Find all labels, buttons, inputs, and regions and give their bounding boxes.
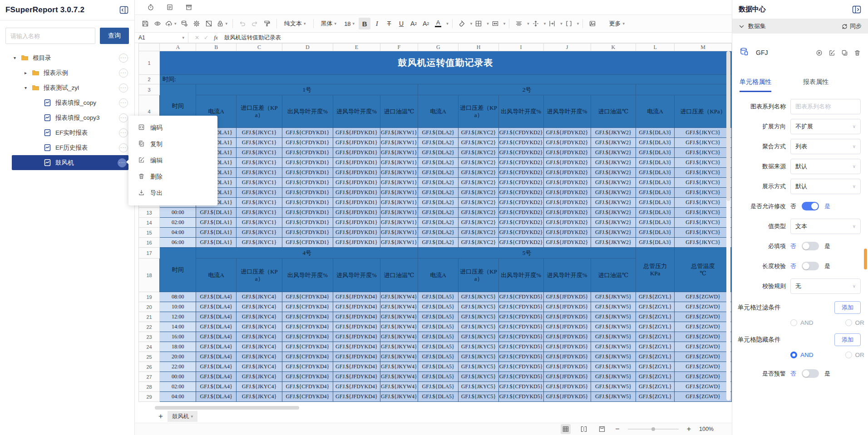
- value-cell[interactable]: GFJ.${JKYC5}: [459, 332, 498, 342]
- value-cell[interactable]: GFJ.${CFDYKD2}: [498, 128, 543, 138]
- settings-button[interactable]: [191, 18, 202, 29]
- value-cell[interactable]: GFJ.${JFDYKD4}: [333, 292, 380, 302]
- value-cell[interactable]: GFJ.${DLA2}: [418, 228, 459, 238]
- value-cell[interactable]: GFJ.${JKYC2}: [459, 168, 498, 178]
- archive-icon[interactable]: [183, 1, 195, 13]
- cancel-icon[interactable]: ✕: [195, 34, 199, 41]
- tree-item[interactable]: EF历史报表···: [0, 140, 134, 155]
- column-header[interactable]: B: [196, 44, 237, 51]
- row-header[interactable]: 17: [139, 248, 160, 259]
- value-cell[interactable]: GFJ.${JKYC5}: [459, 302, 498, 312]
- value-cell[interactable]: GFJ.${CFDYKD4}: [282, 392, 333, 402]
- value-cell[interactable]: GFJ.${JKYW2}: [591, 138, 636, 148]
- value-cell[interactable]: GFJ.${ZGYL}: [636, 372, 675, 382]
- value-cell[interactable]: GFJ.${JKYW2}: [591, 148, 636, 158]
- value-cell[interactable]: GFJ.${JKYC3}: [675, 218, 732, 228]
- row-header[interactable]: 24: [139, 342, 160, 352]
- value-cell[interactable]: GFJ.${JKYW4}: [380, 312, 418, 322]
- value-cell[interactable]: GFJ.${CFDYKD1}: [282, 198, 333, 208]
- value-cell[interactable]: GFJ.${JFDYKD1}: [333, 158, 380, 168]
- value-cell[interactable]: GFJ.${ZGWD}: [675, 342, 732, 352]
- row-header[interactable]: 27: [139, 372, 160, 382]
- row-header[interactable]: 19: [139, 292, 160, 302]
- zoom-slider-knob[interactable]: [651, 427, 655, 431]
- item-menu-button[interactable]: ···: [118, 158, 127, 167]
- value-cell[interactable]: GFJ.${JKYC4}: [237, 392, 282, 402]
- value-cell[interactable]: GFJ.${JFDYKD4}: [333, 322, 380, 332]
- value-cell[interactable]: GFJ.${CFDYKD2}: [498, 198, 543, 208]
- value-cell[interactable]: GFJ.${JKYC3}: [675, 168, 732, 178]
- value-cell[interactable]: GFJ.${CFDYKD1}: [282, 178, 333, 188]
- value-cell[interactable]: GFJ.${JKYC1}: [237, 178, 282, 188]
- value-cell[interactable]: GFJ.${CFDYKD2}: [498, 208, 543, 218]
- value-cell[interactable]: GFJ.${CFDYKD5}: [498, 332, 543, 342]
- value-cell[interactable]: GFJ.${ZGWD}: [675, 302, 732, 312]
- value-cell[interactable]: GFJ.${JFDYKD1}: [333, 168, 380, 178]
- row-header[interactable]: 23: [139, 332, 160, 342]
- value-cell[interactable]: GFJ.${CFDYKD5}: [498, 302, 543, 312]
- value-cell[interactable]: GFJ.${CFDYKD4}: [282, 342, 333, 352]
- column-title[interactable]: 进风导叶开度%: [543, 259, 591, 292]
- value-cell[interactable]: GFJ.${JKYC1}: [237, 238, 282, 248]
- value-cell[interactable]: GFJ.${JFDYKD4}: [333, 332, 380, 342]
- value-cell[interactable]: GFJ.${JKYW5}: [591, 382, 636, 392]
- wrap-text-button[interactable]: [546, 18, 558, 29]
- column-title[interactable]: 电流A: [418, 95, 459, 128]
- dataset-section-header[interactable]: 数据集 同步: [732, 19, 868, 34]
- value-cell[interactable]: GFJ.${DLA5}: [418, 322, 459, 332]
- value-cell[interactable]: GFJ.${JFDYKD2}: [543, 188, 591, 198]
- value-cell[interactable]: GFJ.${JFDYKD4}: [333, 302, 380, 312]
- report-doc-icon[interactable]: [164, 1, 176, 13]
- group-header[interactable]: [636, 84, 732, 95]
- row-header[interactable]: 28: [139, 382, 160, 392]
- value-cell[interactable]: GFJ.${CFDYKD1}: [282, 128, 333, 138]
- context-menu-item-delete[interactable]: 删除: [128, 169, 217, 185]
- search-input[interactable]: [5, 28, 95, 44]
- field-select[interactable]: 默认∨: [790, 179, 861, 194]
- value-cell[interactable]: GFJ.${DLA2}: [418, 138, 459, 148]
- cell-style-select[interactable]: 纯文本▾: [281, 18, 310, 29]
- vertical-align-button[interactable]: [530, 18, 542, 29]
- value-cell[interactable]: GFJ.${DLA2}: [418, 188, 459, 198]
- toggle-switch[interactable]: [802, 202, 819, 210]
- item-menu-button[interactable]: ···: [119, 83, 128, 93]
- value-cell[interactable]: GFJ.${CFDYKD4}: [282, 332, 333, 342]
- value-cell[interactable]: GFJ.${ZGWD}: [675, 352, 732, 362]
- value-cell[interactable]: GFJ.${DLA1}: [196, 238, 237, 248]
- horizontal-scrollbar-thumb[interactable]: [155, 406, 299, 410]
- value-cell[interactable]: GFJ.${JKYW1}: [380, 218, 418, 228]
- value-cell[interactable]: GFJ.${JKYW4}: [380, 332, 418, 342]
- value-cell[interactable]: GFJ.${CFDYKD2}: [498, 178, 543, 188]
- column-title[interactable]: 电流A: [418, 259, 459, 292]
- value-cell[interactable]: GFJ.${JFDYKD1}: [333, 198, 380, 208]
- value-cell[interactable]: GFJ.${JKYW5}: [591, 292, 636, 302]
- column-header[interactable]: I: [498, 44, 543, 51]
- value-cell[interactable]: GFJ.${JKYC1}: [237, 188, 282, 198]
- value-cell[interactable]: GFJ.${JKYC3}: [675, 148, 732, 158]
- value-cell[interactable]: GFJ.${JKYC3}: [675, 158, 732, 168]
- value-cell[interactable]: GFJ.${ZGWD}: [675, 382, 732, 392]
- value-cell[interactable]: GFJ.${CFDYKD5}: [498, 392, 543, 402]
- value-cell[interactable]: GFJ.${DLA3}: [636, 188, 675, 198]
- value-cell[interactable]: GFJ.${JFDYKD1}: [333, 138, 380, 148]
- value-cell[interactable]: GFJ.${JKYC1}: [237, 138, 282, 148]
- value-cell[interactable]: GFJ.${DLA5}: [418, 292, 459, 302]
- lock-button[interactable]: ▾: [215, 18, 229, 29]
- value-cell[interactable]: GFJ.${JKYC5}: [459, 352, 498, 362]
- value-cell[interactable]: GFJ.${JKYC1}: [237, 128, 282, 138]
- item-menu-button[interactable]: ···: [119, 113, 128, 122]
- time-cell[interactable]: 04:00: [160, 392, 196, 402]
- diagonal-border-button[interactable]: [203, 18, 215, 29]
- column-title[interactable]: 进风导叶开度%: [333, 95, 380, 128]
- column-header[interactable]: D: [282, 44, 333, 51]
- value-cell[interactable]: GFJ.${JKYC4}: [237, 342, 282, 352]
- value-cell[interactable]: GFJ.${JKYC2}: [459, 238, 498, 248]
- value-cell[interactable]: GFJ.${DLA4}: [196, 332, 237, 342]
- tree-expand-arrow[interactable]: ▾: [14, 55, 21, 60]
- value-cell[interactable]: GFJ.${CFDYKD5}: [498, 322, 543, 332]
- row-header[interactable]: 25: [139, 352, 160, 362]
- value-cell[interactable]: GFJ.${DLA2}: [418, 198, 459, 208]
- value-cell[interactable]: GFJ.${CFDYKD5}: [498, 312, 543, 322]
- value-cell[interactable]: GFJ.${JKYC2}: [459, 228, 498, 238]
- column-header[interactable]: L: [636, 44, 675, 51]
